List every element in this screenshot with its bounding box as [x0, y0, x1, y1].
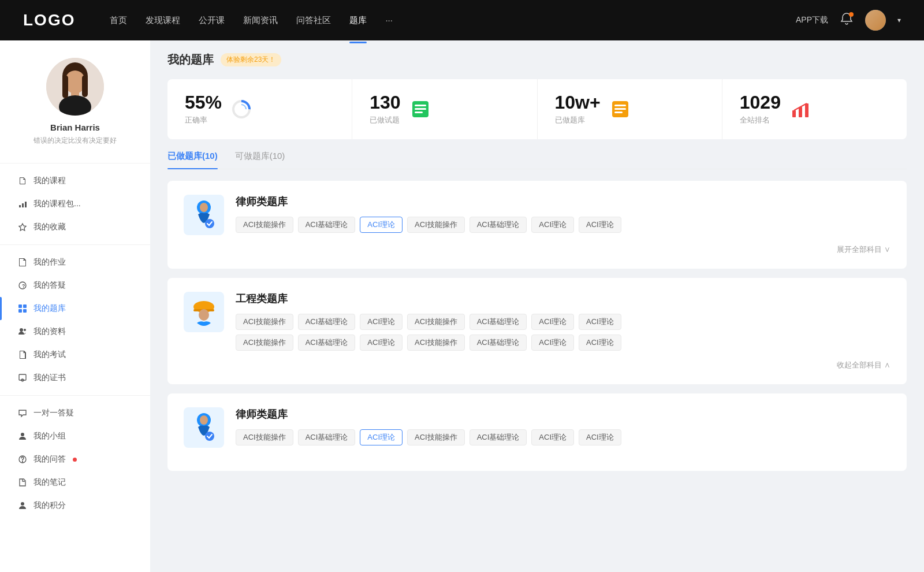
avatar-image [865, 10, 886, 31]
qbank-tag[interactable]: ACI理论 [579, 217, 621, 233]
svg-rect-32 [415, 105, 426, 106]
star-icon [17, 222, 28, 232]
qbank-tag[interactable]: ACI理论 [579, 314, 621, 330]
sidebar-item-my-course[interactable]: 我的课程 [0, 169, 150, 192]
grid-icon [17, 303, 28, 314]
qbank-tag[interactable]: ACI技能操作 [407, 429, 465, 445]
file-icon [17, 176, 28, 186]
person-icon [17, 500, 28, 511]
nav-qa[interactable]: 问答社区 [296, 13, 331, 28]
lawyer-icon [189, 198, 219, 232]
sidebar-label-my-course: 我的课程 [33, 176, 66, 186]
qbank-tag[interactable]: ACI理论 [531, 429, 574, 445]
nav-questionbank[interactable]: 题库 [349, 13, 367, 28]
sidebar-item-my-questions[interactable]: 我的问答 [0, 448, 150, 471]
bar-chart-icon [17, 199, 28, 209]
qbank-tag[interactable]: ACI技能操作 [236, 335, 293, 351]
qbank-tag[interactable]: ACI理论 [531, 335, 574, 351]
sidebar-item-my-data[interactable]: 我的资料 [0, 320, 150, 343]
sidebar-item-homework[interactable]: 我的作业 [0, 251, 150, 274]
nav-news[interactable]: 新闻资讯 [243, 13, 278, 28]
sidebar-profile: Brian Harris 错误的决定比没有决定要好 [0, 58, 150, 157]
sidebar-item-my-questionbank[interactable]: 我的题库 [0, 297, 150, 320]
qbank-engineer-tags-row1: ACI技能操作 ACI基础理论 ACI理论 ACI技能操作 ACI基础理论 AC… [236, 314, 891, 330]
qbank-tag[interactable]: ACI技能操作 [236, 314, 293, 330]
stat-banks-label: 已做题库 [555, 115, 601, 125]
stats-row: 55% 正确率 130 已做试题 [167, 79, 907, 139]
sidebar-item-one-on-one[interactable]: 一对一答疑 [0, 402, 150, 425]
sidebar-divider-top [0, 163, 150, 164]
sidebar-item-my-exam[interactable]: 我的考试 [0, 343, 150, 366]
qbank-tag[interactable]: ACI技能操作 [236, 217, 293, 233]
qbank-tag[interactable]: ACI技能操作 [236, 429, 293, 445]
main-layout: Brian Harris 错误的决定比没有决定要好 我的课程 我的课程包... [0, 40, 924, 572]
qbank-tag[interactable]: ACI理论 [531, 217, 574, 233]
app-download-link[interactable]: APP下载 [796, 15, 828, 25]
sidebar-menu: 我的课程 我的课程包... 我的收藏 我的作业 [0, 169, 150, 517]
qbank-tag[interactable]: ACI基础理论 [470, 335, 527, 351]
collapse-all-link[interactable]: 收起全部科目 ∧ [837, 360, 891, 370]
qbank-tag[interactable]: ACI理论 [579, 429, 621, 445]
qbank-engineer-tags-row2: ACI技能操作 ACI基础理论 ACI理论 ACI技能操作 ACI基础理论 AC… [236, 335, 891, 351]
sidebar-label-my-questionbank: 我的题库 [33, 303, 66, 314]
svg-point-45 [205, 219, 214, 228]
nav-discover[interactable]: 发现课程 [146, 13, 180, 28]
nav-opencourse[interactable]: 公开课 [199, 13, 225, 28]
sidebar-divider-2 [0, 395, 150, 396]
qbank-lawyer-2-title: 律师类题库 [236, 407, 891, 421]
header-right-section: APP下载 ▾ [796, 10, 901, 31]
qbank-tag[interactable]: ACI基础理论 [298, 335, 356, 351]
qbank-tag[interactable]: ACI理论 [360, 314, 403, 330]
sidebar-divider-1 [0, 244, 150, 245]
logo: LOGO [23, 11, 75, 29]
sidebar-item-favorites[interactable]: 我的收藏 [0, 216, 150, 239]
note-icon [17, 477, 28, 488]
qbank-tag[interactable]: ACI基础理论 [298, 314, 356, 330]
sidebar-label-my-group: 我的小组 [33, 431, 66, 441]
qbank-tag[interactable]: ACI理论 [579, 335, 621, 351]
stat-accuracy: 55% 正确率 [167, 79, 352, 139]
qbank-tag-active[interactable]: ACI理论 [360, 217, 403, 233]
sidebar-item-course-package[interactable]: 我的课程包... [0, 192, 150, 216]
sidebar-item-my-group[interactable]: 我的小组 [0, 425, 150, 448]
stat-done-banks: 10w+ 已做题库 [538, 79, 722, 139]
qbank-tag[interactable]: ACI技能操作 [407, 217, 465, 233]
tab-done-banks[interactable]: 已做题库(10) [167, 151, 218, 169]
main-content-area: 我的题库 体验剩余23天！ 55% 正确率 [150, 40, 924, 572]
qbank-tag[interactable]: ACI基础理论 [470, 429, 527, 445]
qbank-tag[interactable]: ACI基础理论 [298, 217, 356, 233]
expand-all-link[interactable]: 展开全部科目 ∨ [837, 244, 891, 255]
qbank-tag-active[interactable]: ACI理论 [360, 429, 403, 445]
qbank-tag[interactable]: ACI基础理论 [470, 314, 527, 330]
qbank-engineer-icon-wrap [184, 292, 224, 332]
qbank-card-lawyer-1: 律师类题库 ACI技能操作 ACI基础理论 ACI理论 ACI技能操作 ACI基… [167, 181, 907, 269]
tab-available-banks[interactable]: 可做题库(10) [235, 151, 285, 169]
sidebar-item-my-points[interactable]: 我的积分 [0, 494, 150, 517]
qbank-tag[interactable]: ACI基础理论 [298, 429, 356, 445]
user-menu-chevron[interactable]: ▾ [897, 16, 901, 24]
svg-rect-34 [415, 112, 423, 113]
user-avatar[interactable] [865, 10, 886, 31]
nav-more[interactable]: ··· [385, 13, 393, 28]
main-nav: 首页 发现课程 公开课 新闻资讯 问答社区 题库 ··· [110, 13, 796, 28]
svg-point-20 [24, 329, 26, 331]
tabs-row: 已做题库(10) 可做题库(10) [167, 151, 907, 169]
sidebar-label-my-data: 我的资料 [33, 326, 66, 337]
qbank-tag[interactable]: ACI理论 [360, 335, 403, 351]
svg-rect-41 [805, 103, 808, 117]
svg-rect-33 [415, 108, 426, 110]
qbank-tag[interactable]: ACI技能操作 [407, 335, 465, 351]
svg-rect-5 [62, 75, 68, 98]
sidebar-item-my-qa[interactable]: ? 我的答疑 [0, 274, 150, 297]
nav-home[interactable]: 首页 [110, 13, 127, 28]
homework-icon [17, 257, 28, 268]
qbank-tag[interactable]: ACI基础理论 [470, 217, 527, 233]
sidebar-item-my-notes[interactable]: 我的笔记 [0, 471, 150, 494]
sidebar-item-my-certificate[interactable]: 我的证书 [0, 366, 150, 389]
qbank-tag[interactable]: ACI理论 [531, 314, 574, 330]
sidebar: Brian Harris 错误的决定比没有决定要好 我的课程 我的课程包... [0, 40, 150, 572]
notification-bell[interactable] [840, 12, 854, 28]
svg-rect-40 [799, 107, 802, 117]
sidebar-label-my-certificate: 我的证书 [33, 373, 66, 383]
qbank-tag[interactable]: ACI技能操作 [407, 314, 465, 330]
